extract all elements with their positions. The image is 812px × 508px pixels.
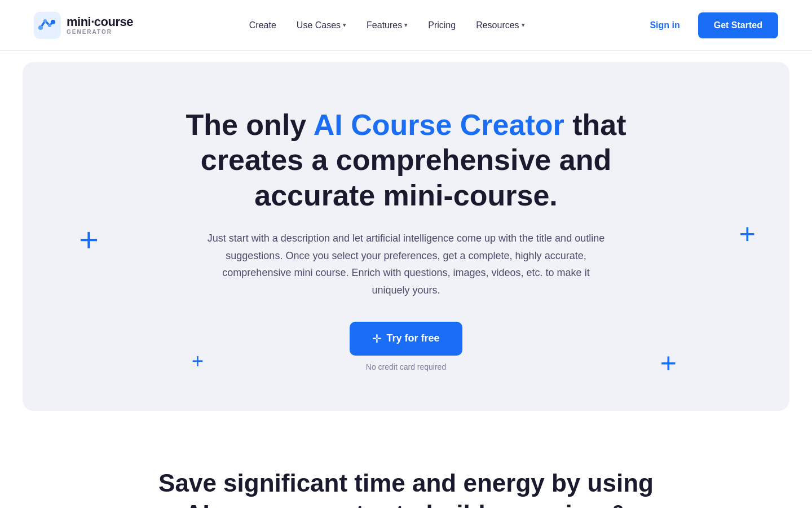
no-credit-card-text: No credit card required [56,362,756,371]
below-hero-title: Save significant time and energy by usin… [152,467,660,508]
chevron-down-icon: ▾ [404,21,408,29]
nav-item-features[interactable]: Features ▾ [359,16,416,35]
nav-item-resources[interactable]: Resources ▾ [468,16,532,35]
hero-description: Just start with a description and let ar… [203,230,609,299]
logo-name: mini·course [67,15,133,29]
svg-point-1 [51,20,55,24]
chevron-down-icon: ▾ [343,21,346,29]
decorative-plus-bottom-left: + [192,351,204,371]
nav-item-use-cases[interactable]: Use Cases ▾ [289,16,354,35]
nav-item-create[interactable]: Create [241,16,284,35]
hero-title: The only AI Course Creator that creates … [180,107,632,213]
chevron-down-icon: ▾ [522,21,525,29]
nav-actions: Sign in Get Started [641,12,778,38]
logo-text: mini·course GENERATOR [67,15,133,35]
logo-sub: GENERATOR [67,29,133,35]
hero-cta-group: ✛ Try for free No credit card required [56,322,756,371]
below-hero-section: Save significant time and energy by usin… [0,422,812,508]
svg-rect-0 [34,12,61,39]
get-started-button[interactable]: Get Started [698,12,778,38]
logo[interactable]: mini·course GENERATOR [34,12,133,39]
decorative-plus-top-right: + [739,220,756,248]
decorative-plus-mid-left: + [79,223,99,257]
nav-links: Create Use Cases ▾ Features ▾ Pricing Re… [241,16,533,35]
plus-icon: ✛ [372,332,382,345]
sign-in-button[interactable]: Sign in [641,16,689,35]
logo-icon [34,12,61,39]
svg-point-3 [43,19,47,23]
navbar: mini·course GENERATOR Create Use Cases ▾… [0,0,812,51]
decorative-plus-bottom-right: + [660,349,677,377]
nav-item-pricing[interactable]: Pricing [420,16,464,35]
svg-point-2 [38,25,43,30]
svg-point-4 [48,24,51,27]
try-free-button[interactable]: ✛ Try for free [350,322,462,356]
hero-section: + + + + The only AI Course Creator that … [23,62,789,411]
